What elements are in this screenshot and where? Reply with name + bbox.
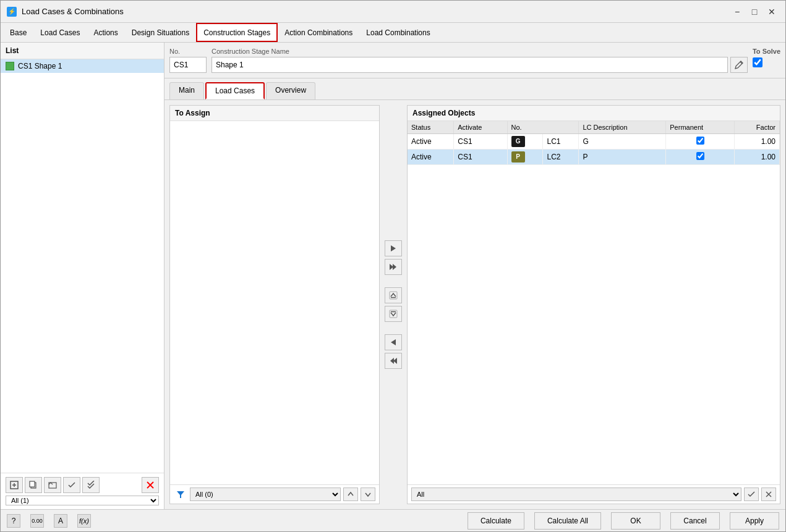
tab-overview[interactable]: Overview: [266, 82, 315, 99]
list-item-label: CS1 Shape 1: [18, 62, 62, 70]
minimize-button[interactable]: −: [730, 6, 745, 18]
content-area: To Assign All (0): [164, 100, 785, 509]
edit-name-button[interactable]: [730, 57, 748, 73]
left-panel: List CS1 Shape 1: [1, 43, 164, 509]
cell-permanent-1: [666, 134, 735, 150]
remove-all-button[interactable]: [385, 353, 402, 369]
menu-base[interactable]: Base: [3, 23, 33, 42]
window-controls: − □ ✕: [730, 6, 779, 18]
to-solve-checkbox[interactable]: [753, 57, 763, 67]
no-field-group: No. CS1: [169, 48, 207, 73]
maximize-button[interactable]: □: [747, 6, 762, 18]
to-solve-label: To Solve: [753, 48, 780, 55]
to-assign-header: To Assign: [170, 106, 379, 121]
col-lc-desc: LC Description: [579, 121, 666, 134]
measure-icon[interactable]: 0.00: [30, 514, 44, 528]
list-filter-select[interactable]: All (1): [6, 496, 159, 505]
col-no: No.: [507, 121, 579, 134]
cell-badge-1: G: [507, 134, 543, 150]
check-button[interactable]: [63, 477, 80, 493]
remove-one-button[interactable]: [385, 334, 402, 350]
list-header: List: [1, 43, 164, 59]
help-icon[interactable]: ?: [7, 514, 20, 528]
assign-one-button[interactable]: [385, 240, 402, 256]
col-permanent: Permanent: [666, 121, 735, 134]
assigned-table-container: Status Activate No. LC Description Perma…: [408, 121, 780, 484]
main-content: List CS1 Shape 1: [1, 43, 785, 509]
ok-button[interactable]: OK: [611, 512, 660, 530]
menu-bar: Base Load Cases Actions Design Situation…: [1, 23, 785, 43]
menu-actions[interactable]: Actions: [87, 23, 124, 42]
check-all-button[interactable]: [82, 477, 100, 493]
menu-load-cases[interactable]: Load Cases: [33, 23, 87, 42]
assigned-filter-bar: All Active Inactive: [408, 484, 780, 504]
badge-p-2: P: [511, 151, 525, 163]
copy-item-button[interactable]: [25, 477, 42, 493]
cell-activate-1: CS1: [454, 134, 507, 150]
new-item-button[interactable]: [6, 477, 23, 493]
cell-desc-2: P: [579, 150, 666, 165]
function-icon[interactable]: f(x): [77, 514, 91, 528]
cell-permanent-2: [666, 150, 735, 165]
assigned-uncheck-button[interactable]: [761, 488, 776, 501]
cancel-button[interactable]: Cancel: [670, 512, 720, 530]
to-solve-checkbox-item: [753, 57, 780, 67]
no-value: CS1: [169, 57, 207, 73]
calculate-button[interactable]: Calculate: [468, 512, 524, 530]
table-row[interactable]: Active CS1 G LC1 G 1.00: [408, 134, 780, 150]
menu-design-situations[interactable]: Design Situations: [125, 23, 196, 42]
menu-construction-stages[interactable]: Construction Stages: [196, 23, 278, 42]
text-icon[interactable]: A: [54, 514, 67, 528]
sort-down-button[interactable]: [385, 306, 402, 322]
app-icon: ⚡: [7, 7, 17, 17]
menu-load-combinations[interactable]: Load Combinations: [359, 23, 437, 42]
badge-g-1: G: [511, 136, 525, 147]
col-factor: Factor: [734, 121, 779, 134]
col-status: Status: [408, 121, 454, 134]
delete-button[interactable]: [142, 477, 159, 493]
table-row[interactable]: Active CS1 P LC2 P 1.00: [408, 150, 780, 165]
to-assign-sort-desc-button[interactable]: [361, 488, 375, 501]
filter-icon[interactable]: [174, 488, 187, 501]
to-assign-filter-select[interactable]: All (0): [190, 488, 341, 501]
cell-factor-1: 1.00: [734, 134, 779, 150]
table-header-row: Status Activate No. LC Description Perma…: [408, 121, 780, 134]
cell-no-2: LC2: [543, 150, 579, 165]
permanent-checkbox-2[interactable]: [696, 152, 704, 160]
to-assign-filter-bar: All (0): [170, 484, 379, 504]
svg-rect-4: [30, 481, 35, 487]
cell-status-2: Active: [408, 150, 454, 165]
assigned-table: Status Activate No. LC Description Perma…: [408, 121, 780, 165]
name-input[interactable]: [211, 57, 728, 73]
name-field-group: Construction Stage Name: [211, 48, 748, 73]
cell-no-1: LC1: [543, 134, 579, 150]
list-toolbar: [6, 477, 159, 493]
assign-all-button[interactable]: [385, 259, 402, 275]
cell-activate-2: CS1: [454, 150, 507, 165]
cell-desc-1: G: [579, 134, 666, 150]
apply-button[interactable]: Apply: [730, 512, 779, 530]
to-assign-content: [170, 121, 379, 484]
list-item[interactable]: CS1 Shape 1: [1, 59, 164, 73]
to-assign-sort-asc-button[interactable]: [343, 488, 358, 501]
tabs-bar: Main Load Cases Overview: [164, 78, 785, 100]
open-item-button[interactable]: [44, 477, 61, 493]
close-button[interactable]: ✕: [764, 6, 779, 18]
tab-load-cases[interactable]: Load Cases: [205, 82, 265, 99]
top-area: No. CS1 Construction Stage Name To Solve: [164, 43, 785, 78]
tab-main[interactable]: Main: [169, 82, 204, 99]
name-label: Construction Stage Name: [211, 48, 748, 55]
assigned-check-button[interactable]: [744, 488, 759, 501]
menu-action-combinations[interactable]: Action Combinations: [278, 23, 359, 42]
assigned-filter-select[interactable]: All Active Inactive: [411, 488, 741, 501]
assigned-header: Assigned Objects: [408, 106, 780, 121]
permanent-checkbox-1[interactable]: [696, 137, 704, 145]
sort-up-button[interactable]: [385, 287, 402, 303]
list-footer: All (1): [1, 473, 164, 509]
svg-marker-9: [177, 491, 184, 498]
transfer-buttons: [383, 105, 403, 504]
to-assign-panel: To Assign All (0): [169, 105, 380, 504]
list-container: CS1 Shape 1: [1, 59, 164, 473]
calculate-all-button[interactable]: Calculate All: [534, 512, 601, 530]
window-title: Load Cases & Combinations: [22, 7, 124, 16]
